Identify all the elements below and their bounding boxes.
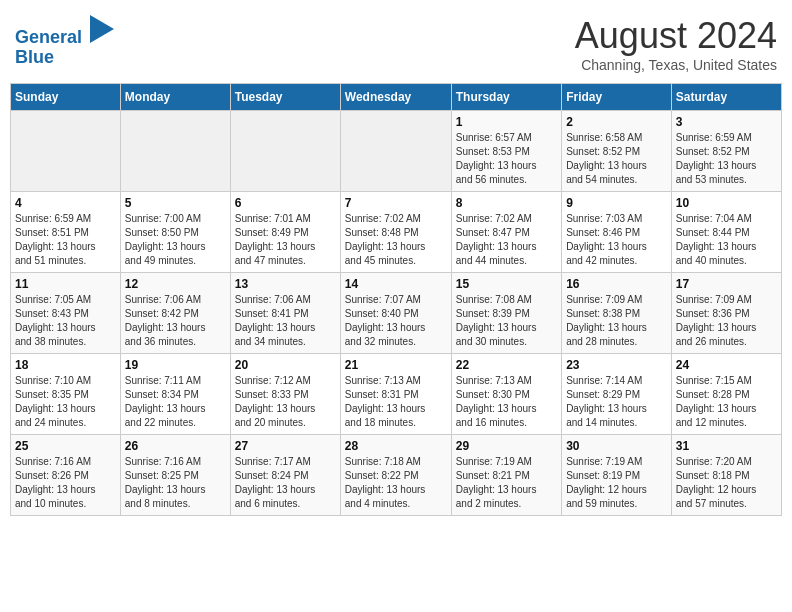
calendar-cell: 7Sunrise: 7:02 AM Sunset: 8:48 PM Daylig… — [340, 192, 451, 273]
day-info: Sunrise: 7:05 AM Sunset: 8:43 PM Dayligh… — [15, 293, 116, 349]
day-info: Sunrise: 7:19 AM Sunset: 8:19 PM Dayligh… — [566, 455, 667, 511]
calendar-cell: 22Sunrise: 7:13 AM Sunset: 8:30 PM Dayli… — [451, 354, 561, 435]
day-number: 26 — [125, 439, 226, 453]
day-info: Sunrise: 7:18 AM Sunset: 8:22 PM Dayligh… — [345, 455, 447, 511]
day-info: Sunrise: 7:04 AM Sunset: 8:44 PM Dayligh… — [676, 212, 777, 268]
week-row-5: 25Sunrise: 7:16 AM Sunset: 8:26 PM Dayli… — [11, 435, 782, 516]
calendar-cell: 15Sunrise: 7:08 AM Sunset: 8:39 PM Dayli… — [451, 273, 561, 354]
calendar-cell: 23Sunrise: 7:14 AM Sunset: 8:29 PM Dayli… — [562, 354, 672, 435]
calendar-cell: 2Sunrise: 6:58 AM Sunset: 8:52 PM Daylig… — [562, 111, 672, 192]
weekday-header-sunday: Sunday — [11, 84, 121, 111]
calendar-cell: 17Sunrise: 7:09 AM Sunset: 8:36 PM Dayli… — [671, 273, 781, 354]
day-info: Sunrise: 7:06 AM Sunset: 8:42 PM Dayligh… — [125, 293, 226, 349]
week-row-1: 1Sunrise: 6:57 AM Sunset: 8:53 PM Daylig… — [11, 111, 782, 192]
day-number: 22 — [456, 358, 557, 372]
day-number: 24 — [676, 358, 777, 372]
calendar-cell: 4Sunrise: 6:59 AM Sunset: 8:51 PM Daylig… — [11, 192, 121, 273]
day-info: Sunrise: 7:12 AM Sunset: 8:33 PM Dayligh… — [235, 374, 336, 430]
day-number: 6 — [235, 196, 336, 210]
calendar-cell — [340, 111, 451, 192]
day-number: 11 — [15, 277, 116, 291]
title-block: August 2024 Channing, Texas, United Stat… — [575, 15, 777, 73]
weekday-header-row: SundayMondayTuesdayWednesdayThursdayFrid… — [11, 84, 782, 111]
day-number: 18 — [15, 358, 116, 372]
month-title: August 2024 — [575, 15, 777, 57]
day-number: 28 — [345, 439, 447, 453]
calendar-cell: 20Sunrise: 7:12 AM Sunset: 8:33 PM Dayli… — [230, 354, 340, 435]
day-info: Sunrise: 7:02 AM Sunset: 8:47 PM Dayligh… — [456, 212, 557, 268]
logo-blue: Blue — [15, 47, 54, 67]
calendar-cell: 11Sunrise: 7:05 AM Sunset: 8:43 PM Dayli… — [11, 273, 121, 354]
day-number: 4 — [15, 196, 116, 210]
calendar-cell: 25Sunrise: 7:16 AM Sunset: 8:26 PM Dayli… — [11, 435, 121, 516]
week-row-2: 4Sunrise: 6:59 AM Sunset: 8:51 PM Daylig… — [11, 192, 782, 273]
calendar-cell: 10Sunrise: 7:04 AM Sunset: 8:44 PM Dayli… — [671, 192, 781, 273]
calendar-cell: 3Sunrise: 6:59 AM Sunset: 8:52 PM Daylig… — [671, 111, 781, 192]
day-number: 31 — [676, 439, 777, 453]
day-number: 9 — [566, 196, 667, 210]
day-number: 2 — [566, 115, 667, 129]
week-row-3: 11Sunrise: 7:05 AM Sunset: 8:43 PM Dayli… — [11, 273, 782, 354]
day-info: Sunrise: 7:13 AM Sunset: 8:30 PM Dayligh… — [456, 374, 557, 430]
day-info: Sunrise: 7:19 AM Sunset: 8:21 PM Dayligh… — [456, 455, 557, 511]
calendar-cell: 31Sunrise: 7:20 AM Sunset: 8:18 PM Dayli… — [671, 435, 781, 516]
calendar-cell: 28Sunrise: 7:18 AM Sunset: 8:22 PM Dayli… — [340, 435, 451, 516]
calendar-cell: 13Sunrise: 7:06 AM Sunset: 8:41 PM Dayli… — [230, 273, 340, 354]
location: Channing, Texas, United States — [575, 57, 777, 73]
day-info: Sunrise: 7:16 AM Sunset: 8:25 PM Dayligh… — [125, 455, 226, 511]
day-info: Sunrise: 7:20 AM Sunset: 8:18 PM Dayligh… — [676, 455, 777, 511]
calendar-cell: 26Sunrise: 7:16 AM Sunset: 8:25 PM Dayli… — [120, 435, 230, 516]
calendar-cell: 5Sunrise: 7:00 AM Sunset: 8:50 PM Daylig… — [120, 192, 230, 273]
calendar-cell: 9Sunrise: 7:03 AM Sunset: 8:46 PM Daylig… — [562, 192, 672, 273]
day-info: Sunrise: 7:06 AM Sunset: 8:41 PM Dayligh… — [235, 293, 336, 349]
calendar-cell — [120, 111, 230, 192]
day-info: Sunrise: 7:07 AM Sunset: 8:40 PM Dayligh… — [345, 293, 447, 349]
day-info: Sunrise: 7:01 AM Sunset: 8:49 PM Dayligh… — [235, 212, 336, 268]
calendar-cell: 14Sunrise: 7:07 AM Sunset: 8:40 PM Dayli… — [340, 273, 451, 354]
calendar-cell: 6Sunrise: 7:01 AM Sunset: 8:49 PM Daylig… — [230, 192, 340, 273]
day-info: Sunrise: 6:57 AM Sunset: 8:53 PM Dayligh… — [456, 131, 557, 187]
day-info: Sunrise: 7:10 AM Sunset: 8:35 PM Dayligh… — [15, 374, 116, 430]
day-number: 21 — [345, 358, 447, 372]
weekday-header-friday: Friday — [562, 84, 672, 111]
day-number: 30 — [566, 439, 667, 453]
calendar-cell: 16Sunrise: 7:09 AM Sunset: 8:38 PM Dayli… — [562, 273, 672, 354]
day-number: 3 — [676, 115, 777, 129]
calendar-cell — [230, 111, 340, 192]
weekday-header-tuesday: Tuesday — [230, 84, 340, 111]
calendar-cell: 30Sunrise: 7:19 AM Sunset: 8:19 PM Dayli… — [562, 435, 672, 516]
day-number: 12 — [125, 277, 226, 291]
day-number: 19 — [125, 358, 226, 372]
day-number: 23 — [566, 358, 667, 372]
day-number: 16 — [566, 277, 667, 291]
day-number: 15 — [456, 277, 557, 291]
logo-icon — [90, 15, 114, 43]
day-number: 7 — [345, 196, 447, 210]
calendar-cell: 21Sunrise: 7:13 AM Sunset: 8:31 PM Dayli… — [340, 354, 451, 435]
logo-general: General — [15, 27, 82, 47]
weekday-header-saturday: Saturday — [671, 84, 781, 111]
day-number: 14 — [345, 277, 447, 291]
day-number: 8 — [456, 196, 557, 210]
weekday-header-wednesday: Wednesday — [340, 84, 451, 111]
calendar-cell: 1Sunrise: 6:57 AM Sunset: 8:53 PM Daylig… — [451, 111, 561, 192]
day-info: Sunrise: 7:09 AM Sunset: 8:36 PM Dayligh… — [676, 293, 777, 349]
calendar-cell: 8Sunrise: 7:02 AM Sunset: 8:47 PM Daylig… — [451, 192, 561, 273]
logo: General Blue — [15, 15, 114, 68]
calendar-table: SundayMondayTuesdayWednesdayThursdayFrid… — [10, 83, 782, 516]
calendar-cell: 24Sunrise: 7:15 AM Sunset: 8:28 PM Dayli… — [671, 354, 781, 435]
day-info: Sunrise: 6:59 AM Sunset: 8:51 PM Dayligh… — [15, 212, 116, 268]
day-number: 13 — [235, 277, 336, 291]
day-info: Sunrise: 7:00 AM Sunset: 8:50 PM Dayligh… — [125, 212, 226, 268]
day-number: 20 — [235, 358, 336, 372]
day-number: 10 — [676, 196, 777, 210]
calendar-cell: 19Sunrise: 7:11 AM Sunset: 8:34 PM Dayli… — [120, 354, 230, 435]
day-info: Sunrise: 7:08 AM Sunset: 8:39 PM Dayligh… — [456, 293, 557, 349]
day-info: Sunrise: 7:17 AM Sunset: 8:24 PM Dayligh… — [235, 455, 336, 511]
day-number: 1 — [456, 115, 557, 129]
calendar-cell: 29Sunrise: 7:19 AM Sunset: 8:21 PM Dayli… — [451, 435, 561, 516]
day-info: Sunrise: 7:03 AM Sunset: 8:46 PM Dayligh… — [566, 212, 667, 268]
calendar-cell — [11, 111, 121, 192]
day-info: Sunrise: 7:15 AM Sunset: 8:28 PM Dayligh… — [676, 374, 777, 430]
day-number: 5 — [125, 196, 226, 210]
